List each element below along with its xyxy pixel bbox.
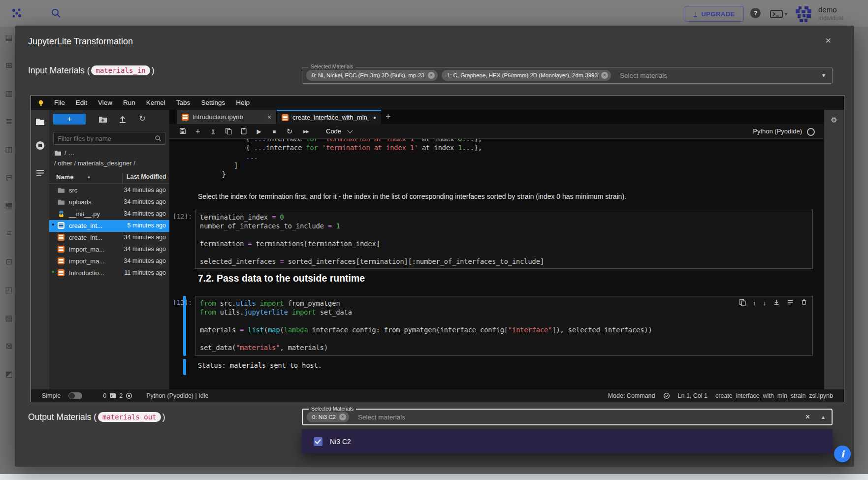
delete-cell-icon[interactable] xyxy=(801,299,807,307)
filter-files-box xyxy=(53,132,165,145)
close-dialog-icon[interactable]: × xyxy=(825,34,831,46)
remove-chip-icon[interactable]: × xyxy=(428,72,435,79)
insert-cell-icon[interactable]: + xyxy=(194,127,202,136)
menu-kernel[interactable]: Kernel xyxy=(141,96,171,110)
remove-chip-icon[interactable]: × xyxy=(601,72,608,79)
paste-cells-icon[interactable] xyxy=(240,128,248,135)
cursor-position[interactable]: Ln 1, Col 1 xyxy=(678,392,707,399)
new-launcher-button[interactable]: + xyxy=(53,114,86,125)
material-chip[interactable]: 0: Ni, Nickel, FCC (Fm-3m) 3D (Bulk), mp… xyxy=(306,70,438,81)
breadcrumb-ellipsis[interactable]: / … xyxy=(64,149,74,157)
code-token: list xyxy=(248,326,264,334)
unsaved-changes-dot-icon[interactable]: ● xyxy=(373,115,376,120)
duplicate-cell-icon[interactable] xyxy=(739,299,746,307)
dropdown-caret-icon[interactable]: ▾ xyxy=(822,72,825,79)
interrupt-kernel-icon[interactable]: ■ xyxy=(270,128,278,134)
app-logo-icon[interactable] xyxy=(11,7,24,20)
file-row[interactable]: import_ma...34 minutes ago xyxy=(49,256,169,267)
upgrade-button[interactable]: ↑ UPGRADE xyxy=(685,6,744,22)
output-materials-select[interactable]: Selected Materials 0: Ni3 C2× Select mat… xyxy=(302,409,833,425)
restart-run-all-icon[interactable]: ▶▶ xyxy=(301,129,311,134)
new-folder-icon[interactable] xyxy=(98,115,107,124)
insert-cell-below-icon[interactable] xyxy=(773,299,780,307)
upload-files-icon[interactable] xyxy=(118,115,127,124)
table-of-contents-tab-icon[interactable] xyxy=(35,168,45,178)
help-button[interactable]: ? xyxy=(750,8,761,18)
file-row[interactable]: ●create_int...5 minutes ago xyxy=(49,220,169,232)
menu-run[interactable]: Run xyxy=(118,96,141,110)
markdown-cell[interactable]: Select the index for termination first, … xyxy=(198,192,808,200)
simple-mode-toggle[interactable] xyxy=(68,392,82,399)
column-last-modified[interactable]: Last Modified xyxy=(122,173,166,183)
refresh-file-list-icon[interactable]: ↻ xyxy=(138,114,147,123)
save-icon[interactable] xyxy=(179,128,187,135)
kernel-status-text[interactable]: Python (Pyodide) | Idle xyxy=(146,392,208,399)
cut-cells-icon[interactable]: ✂ xyxy=(209,128,217,135)
code-token: 0 xyxy=(280,213,284,221)
output-chips: 0: Ni3 C2× xyxy=(307,412,349,422)
input-materials-select[interactable]: Selected Materials 0: Ni, Nickel, FCC (F… xyxy=(302,67,833,84)
section-heading[interactable]: 7.2. Pass data to the outside runtime xyxy=(198,273,365,284)
code-cell-13[interactable]: from src.utils import from_pymatgenfrom … xyxy=(195,296,813,356)
checkbox-checked[interactable] xyxy=(314,437,322,446)
format-cell-icon[interactable] xyxy=(787,299,794,307)
menu-tabs[interactable]: Tabs xyxy=(171,96,196,110)
output-materials-label: Output Materials (materials_out) xyxy=(28,411,165,423)
breadcrumb-root[interactable]: / … xyxy=(54,149,74,157)
filter-files-input[interactable] xyxy=(54,135,155,142)
dropdown-option[interactable]: Ni3 C2 xyxy=(302,429,833,453)
run-cell-icon[interactable]: ▶ xyxy=(255,128,263,135)
kernel-status-icon[interactable] xyxy=(807,128,815,136)
material-chip[interactable]: 1: C, Graphene, HEX (P6/mmm) 2D (Monolay… xyxy=(442,70,611,81)
tab-create-interface-with-min-[interactable]: create_interface_with_min_● xyxy=(277,110,381,124)
code-token: ... xyxy=(254,139,266,143)
avatar[interactable] xyxy=(794,4,813,24)
command-mode-indicator[interactable]: Mode: Command xyxy=(608,392,655,399)
notebook-scroll-area[interactable]: { ...interface for 'termination at index… xyxy=(169,139,824,389)
sessions-group[interactable]: 0 2 xyxy=(103,392,132,399)
info-fab-button[interactable]: i xyxy=(834,446,851,462)
file-row[interactable]: uploads34 minutes ago xyxy=(49,196,169,208)
menu-settings[interactable]: Settings xyxy=(195,96,230,110)
clear-selection-icon[interactable]: × xyxy=(805,413,810,421)
running-sessions-tab-icon[interactable] xyxy=(35,140,45,151)
cell-type-dropdown[interactable]: Code xyxy=(326,128,352,135)
file-row[interactable]: ●Introductio...11 minutes ago xyxy=(49,267,169,279)
menu-file[interactable]: File xyxy=(49,96,70,110)
console-menu-button[interactable]: ▾ xyxy=(770,10,787,18)
file-row[interactable]: import_ma...34 minutes ago xyxy=(49,244,169,256)
code-token xyxy=(244,326,248,334)
code-line: { ...interface for 'termination at index… xyxy=(198,139,482,143)
tab-introduction-ipynb[interactable]: Introduction.ipynb× xyxy=(177,110,276,124)
copy-cells-icon[interactable] xyxy=(225,128,232,135)
sort-ascending-icon[interactable]: ▲ xyxy=(87,174,91,179)
page-bottom-strip xyxy=(0,474,868,480)
search-icon[interactable] xyxy=(51,8,62,19)
property-inspector-icon[interactable]: ⚙ xyxy=(824,116,844,125)
file-browser-tab-icon[interactable] xyxy=(35,117,45,127)
menu-view[interactable]: View xyxy=(93,96,118,110)
code-cell-12[interactable]: termination_index = 0number_of_interface… xyxy=(195,210,813,269)
move-cell-up-icon[interactable]: ↑ xyxy=(753,299,756,307)
file-row[interactable]: create_int...34 minutes ago xyxy=(49,232,169,244)
breadcrumb-path[interactable]: / other / materials_designer / xyxy=(54,160,135,167)
menu-help[interactable]: Help xyxy=(230,96,255,110)
material-chip[interactable]: 0: Ni3 C2× xyxy=(307,412,349,422)
file-row[interactable]: __init__.py34 minutes ago xyxy=(49,208,169,220)
move-cell-down-icon[interactable]: ↓ xyxy=(763,299,767,307)
kernel-name[interactable]: Python (Pyodide) xyxy=(753,128,802,135)
restart-kernel-icon[interactable]: ↻ xyxy=(286,127,293,136)
home-folder-icon[interactable] xyxy=(54,150,62,156)
code-token: materials xyxy=(200,326,240,334)
user-name[interactable]: demo xyxy=(818,5,837,14)
dropdown-caret-up-icon[interactable]: ▴ xyxy=(822,414,825,420)
file-row[interactable]: src34 minutes ago xyxy=(49,185,169,196)
dropdown-options: Ni3 C2 xyxy=(302,429,833,453)
column-name[interactable]: Name xyxy=(56,173,73,181)
close-tab-icon[interactable]: × xyxy=(267,113,271,121)
lightbulb-icon[interactable] xyxy=(37,99,44,106)
menu-edit[interactable]: Edit xyxy=(70,96,93,110)
add-tab-button[interactable]: + xyxy=(386,110,391,124)
code-line: number_of_interfaces_to_include = 1 xyxy=(200,222,808,230)
remove-chip-icon[interactable]: × xyxy=(339,414,346,420)
